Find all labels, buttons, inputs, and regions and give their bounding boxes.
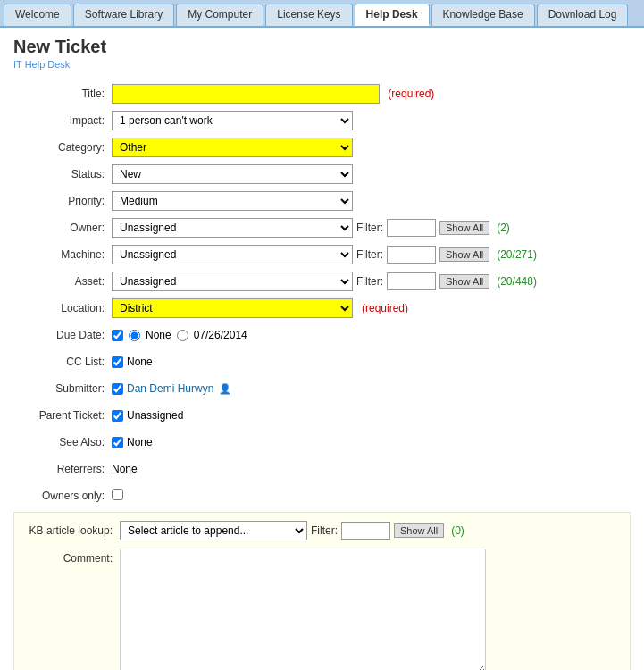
- owner-filter-input[interactable]: [387, 219, 436, 237]
- comment-field: [120, 549, 623, 670]
- machine-row: Machine: Unassigned Filter: Show All (20…: [13, 244, 631, 265]
- referrers-value: None: [112, 463, 138, 475]
- owner-show-all-button[interactable]: Show All: [439, 221, 489, 235]
- referrers-field: None: [112, 463, 631, 475]
- priority-label: Priority:: [13, 195, 112, 207]
- category-label: Category:: [13, 141, 112, 154]
- machine-filter-input[interactable]: [387, 246, 436, 264]
- comment-textarea[interactable]: [120, 549, 486, 670]
- priority-row: Priority: Medium: [13, 190, 631, 212]
- owner-field: Unassigned Filter: Show All (2): [112, 218, 631, 238]
- kb-article-select[interactable]: Select article to append...: [120, 521, 307, 540]
- page-title: New Ticket: [13, 37, 631, 57]
- tab-welcome[interactable]: Welcome: [4, 4, 71, 26]
- see-also-checkbox[interactable]: [112, 437, 123, 448]
- kb-comment-section: KB article lookup: Select article to app…: [13, 512, 631, 670]
- asset-count: (20/448): [497, 275, 537, 288]
- see-also-label: See Also:: [13, 436, 112, 448]
- tab-my-computer[interactable]: My Computer: [176, 4, 263, 26]
- tab-license-keys[interactable]: License Keys: [265, 4, 352, 26]
- see-also-value: None: [127, 436, 153, 448]
- tab-software-library[interactable]: Software Library: [73, 4, 174, 26]
- asset-field: Unassigned Filter: Show All (20/448): [112, 272, 631, 291]
- owner-row: Owner: Unassigned Filter: Show All (2): [13, 217, 631, 239]
- location-select[interactable]: District: [112, 298, 353, 318]
- priority-field: Medium: [112, 191, 631, 211]
- kb-count: (0): [451, 524, 464, 537]
- submitter-field: Dan Demi Hurwyn 👤: [112, 382, 631, 395]
- submitter-link[interactable]: Dan Demi Hurwyn: [127, 382, 213, 395]
- asset-label: Asset:: [13, 275, 112, 288]
- due-date-checkbox[interactable]: [112, 330, 123, 341]
- due-date-row: Due Date: None 07/26/2014: [13, 324, 631, 346]
- category-select[interactable]: Other: [112, 138, 353, 157]
- machine-label: Machine:: [13, 248, 112, 261]
- title-required: (required): [388, 88, 434, 100]
- tab-help-desk[interactable]: Help Desk: [355, 4, 430, 26]
- owners-only-field: [112, 489, 631, 503]
- parent-ticket-field: Unassigned: [112, 409, 631, 422]
- kb-lookup-row: KB article lookup: Select article to app…: [21, 520, 623, 541]
- owners-only-checkbox[interactable]: [112, 489, 123, 500]
- comment-label: Comment:: [21, 549, 120, 565]
- comment-row: Comment:: [21, 549, 623, 670]
- owners-only-label: Owners only:: [13, 490, 112, 502]
- owners-only-row: Owners only:: [13, 485, 631, 507]
- parent-ticket-row: Parent Ticket: Unassigned: [13, 405, 631, 426]
- location-required: (required): [362, 302, 408, 314]
- asset-filter-input[interactable]: [387, 272, 436, 290]
- impact-label: Impact:: [13, 114, 112, 127]
- tab-knowledge-base[interactable]: Knowledge Base: [431, 4, 535, 26]
- due-date-field: None 07/26/2014: [112, 329, 631, 341]
- category-field: Other: [112, 138, 631, 157]
- referrers-row: Referrers: None: [13, 458, 631, 480]
- asset-show-all-button[interactable]: Show All: [439, 274, 489, 289]
- cc-list-row: CC List: None: [13, 351, 631, 373]
- status-select[interactable]: New: [112, 164, 353, 184]
- status-label: Status:: [13, 168, 112, 180]
- machine-show-all-button[interactable]: Show All: [439, 247, 489, 262]
- cc-list-value: None: [127, 356, 153, 368]
- owner-count: (2): [497, 222, 510, 234]
- impact-select[interactable]: 1 person can't work: [112, 111, 353, 130]
- kb-show-all-button[interactable]: Show All: [394, 523, 444, 538]
- machine-filter-label: Filter:: [356, 248, 383, 261]
- new-ticket-form: Title: (required) Impact: 1 person can't…: [13, 83, 631, 670]
- asset-select[interactable]: Unassigned: [112, 272, 353, 291]
- main-content: New Ticket IT Help Desk Title: (required…: [0, 28, 644, 670]
- title-row: Title: (required): [13, 83, 631, 105]
- submitter-checkbox[interactable]: [112, 383, 123, 395]
- machine-select[interactable]: Unassigned: [112, 245, 353, 264]
- kb-lookup-field: Select article to append... Filter: Show…: [120, 521, 623, 540]
- see-also-field: None: [112, 436, 631, 448]
- owner-label: Owner:: [13, 222, 112, 234]
- tab-download-log[interactable]: Download Log: [537, 4, 629, 26]
- due-date-value: 07/26/2014: [194, 329, 247, 341]
- parent-ticket-label: Parent Ticket:: [13, 409, 112, 422]
- title-input[interactable]: [112, 84, 380, 104]
- owner-filter-label: Filter:: [356, 222, 383, 234]
- due-date-label: Due Date:: [13, 329, 112, 341]
- kb-filter-input[interactable]: [341, 522, 390, 540]
- due-date-none-radio[interactable]: [129, 330, 140, 341]
- cc-list-checkbox[interactable]: [112, 356, 123, 368]
- due-date-date-radio[interactable]: [177, 330, 188, 341]
- status-field: New: [112, 164, 631, 184]
- owner-select[interactable]: Unassigned: [112, 218, 353, 238]
- category-row: Category: Other: [13, 137, 631, 158]
- parent-ticket-checkbox[interactable]: [112, 410, 123, 422]
- machine-field: Unassigned Filter: Show All (20/271): [112, 245, 631, 264]
- page-subtitle: IT Help Desk: [13, 59, 631, 70]
- impact-row: Impact: 1 person can't work: [13, 110, 631, 131]
- impact-field: 1 person can't work: [112, 111, 631, 130]
- kb-filter-label: Filter:: [311, 524, 338, 537]
- parent-ticket-value: Unassigned: [127, 409, 183, 422]
- asset-filter-label: Filter:: [356, 275, 383, 288]
- location-label: Location:: [13, 302, 112, 314]
- location-row: Location: District (required): [13, 297, 631, 319]
- priority-select[interactable]: Medium: [112, 191, 353, 211]
- see-also-row: See Also: None: [13, 431, 631, 453]
- location-field: District (required): [112, 298, 631, 318]
- title-field-container: (required): [112, 84, 631, 104]
- due-date-none-label: None: [146, 329, 171, 341]
